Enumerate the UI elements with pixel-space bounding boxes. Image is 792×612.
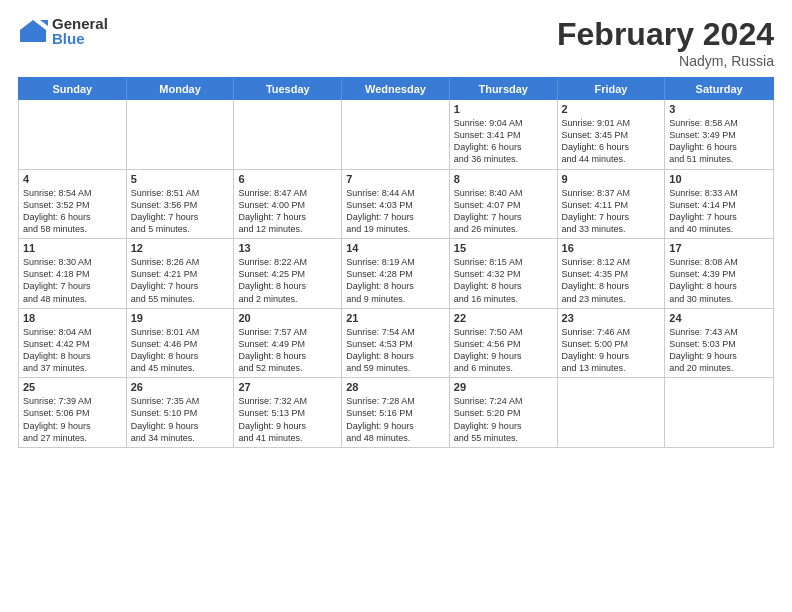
- calendar-day-18: 18Sunrise: 8:04 AM Sunset: 4:42 PM Dayli…: [19, 309, 127, 378]
- header-day-friday: Friday: [558, 78, 666, 100]
- calendar-day-3: 3Sunrise: 8:58 AM Sunset: 3:49 PM Daylig…: [665, 100, 773, 169]
- logo-general-text: General: [52, 16, 108, 31]
- calendar-day-4: 4Sunrise: 8:54 AM Sunset: 3:52 PM Daylig…: [19, 170, 127, 239]
- calendar-day-19: 19Sunrise: 8:01 AM Sunset: 4:46 PM Dayli…: [127, 309, 235, 378]
- svg-marker-1: [40, 20, 48, 26]
- calendar-day-22: 22Sunrise: 7:50 AM Sunset: 4:56 PM Dayli…: [450, 309, 558, 378]
- logo: General Blue: [18, 16, 108, 46]
- header-day-saturday: Saturday: [665, 78, 773, 100]
- calendar-day-17: 17Sunrise: 8:08 AM Sunset: 4:39 PM Dayli…: [665, 239, 773, 308]
- calendar-day-26: 26Sunrise: 7:35 AM Sunset: 5:10 PM Dayli…: [127, 378, 235, 447]
- header-day-thursday: Thursday: [450, 78, 558, 100]
- day-number: 19: [131, 312, 230, 324]
- location: Nadym, Russia: [557, 53, 774, 69]
- calendar-week-3: 11Sunrise: 8:30 AM Sunset: 4:18 PM Dayli…: [19, 239, 773, 309]
- day-info: Sunrise: 8:12 AM Sunset: 4:35 PM Dayligh…: [562, 256, 661, 305]
- calendar-week-2: 4Sunrise: 8:54 AM Sunset: 3:52 PM Daylig…: [19, 170, 773, 240]
- month-title: February 2024: [557, 16, 774, 53]
- day-number: 7: [346, 173, 445, 185]
- calendar-header: SundayMondayTuesdayWednesdayThursdayFrid…: [19, 78, 773, 100]
- title-block: February 2024 Nadym, Russia: [557, 16, 774, 69]
- calendar-empty-cell: [19, 100, 127, 169]
- calendar-day-25: 25Sunrise: 7:39 AM Sunset: 5:06 PM Dayli…: [19, 378, 127, 447]
- calendar-day-28: 28Sunrise: 7:28 AM Sunset: 5:16 PM Dayli…: [342, 378, 450, 447]
- calendar-empty-cell: [127, 100, 235, 169]
- day-info: Sunrise: 8:22 AM Sunset: 4:25 PM Dayligh…: [238, 256, 337, 305]
- day-info: Sunrise: 9:01 AM Sunset: 3:45 PM Dayligh…: [562, 117, 661, 166]
- calendar-day-24: 24Sunrise: 7:43 AM Sunset: 5:03 PM Dayli…: [665, 309, 773, 378]
- day-info: Sunrise: 8:08 AM Sunset: 4:39 PM Dayligh…: [669, 256, 769, 305]
- day-info: Sunrise: 7:46 AM Sunset: 5:00 PM Dayligh…: [562, 326, 661, 375]
- day-info: Sunrise: 9:04 AM Sunset: 3:41 PM Dayligh…: [454, 117, 553, 166]
- day-info: Sunrise: 7:32 AM Sunset: 5:13 PM Dayligh…: [238, 395, 337, 444]
- day-info: Sunrise: 8:51 AM Sunset: 3:56 PM Dayligh…: [131, 187, 230, 236]
- calendar-empty-cell: [558, 378, 666, 447]
- logo-blue-text: Blue: [52, 31, 108, 46]
- day-number: 24: [669, 312, 769, 324]
- day-number: 14: [346, 242, 445, 254]
- day-info: Sunrise: 7:57 AM Sunset: 4:49 PM Dayligh…: [238, 326, 337, 375]
- day-info: Sunrise: 8:58 AM Sunset: 3:49 PM Dayligh…: [669, 117, 769, 166]
- day-info: Sunrise: 7:54 AM Sunset: 4:53 PM Dayligh…: [346, 326, 445, 375]
- calendar-week-4: 18Sunrise: 8:04 AM Sunset: 4:42 PM Dayli…: [19, 309, 773, 379]
- day-info: Sunrise: 7:28 AM Sunset: 5:16 PM Dayligh…: [346, 395, 445, 444]
- day-info: Sunrise: 8:37 AM Sunset: 4:11 PM Dayligh…: [562, 187, 661, 236]
- day-number: 3: [669, 103, 769, 115]
- day-number: 4: [23, 173, 122, 185]
- page: General Blue February 2024 Nadym, Russia…: [0, 0, 792, 612]
- day-number: 26: [131, 381, 230, 393]
- day-number: 10: [669, 173, 769, 185]
- day-info: Sunrise: 8:19 AM Sunset: 4:28 PM Dayligh…: [346, 256, 445, 305]
- calendar-empty-cell: [665, 378, 773, 447]
- calendar-body-outer: 1Sunrise: 9:04 AM Sunset: 3:41 PM Daylig…: [18, 100, 774, 448]
- calendar-day-8: 8Sunrise: 8:40 AM Sunset: 4:07 PM Daylig…: [450, 170, 558, 239]
- calendar-day-23: 23Sunrise: 7:46 AM Sunset: 5:00 PM Dayli…: [558, 309, 666, 378]
- day-info: Sunrise: 7:39 AM Sunset: 5:06 PM Dayligh…: [23, 395, 122, 444]
- calendar-day-1: 1Sunrise: 9:04 AM Sunset: 3:41 PM Daylig…: [450, 100, 558, 169]
- day-info: Sunrise: 7:35 AM Sunset: 5:10 PM Dayligh…: [131, 395, 230, 444]
- day-info: Sunrise: 8:04 AM Sunset: 4:42 PM Dayligh…: [23, 326, 122, 375]
- calendar-day-11: 11Sunrise: 8:30 AM Sunset: 4:18 PM Dayli…: [19, 239, 127, 308]
- calendar-week-5: 25Sunrise: 7:39 AM Sunset: 5:06 PM Dayli…: [19, 378, 773, 447]
- day-number: 8: [454, 173, 553, 185]
- logo-text: General Blue: [52, 16, 108, 46]
- day-info: Sunrise: 8:54 AM Sunset: 3:52 PM Dayligh…: [23, 187, 122, 236]
- header-day-tuesday: Tuesday: [234, 78, 342, 100]
- day-info: Sunrise: 8:33 AM Sunset: 4:14 PM Dayligh…: [669, 187, 769, 236]
- day-number: 15: [454, 242, 553, 254]
- logo-icon: [18, 16, 48, 46]
- day-number: 9: [562, 173, 661, 185]
- header: General Blue February 2024 Nadym, Russia: [18, 16, 774, 69]
- calendar-day-29: 29Sunrise: 7:24 AM Sunset: 5:20 PM Dayli…: [450, 378, 558, 447]
- calendar-header-wrapper: SundayMondayTuesdayWednesdayThursdayFrid…: [18, 77, 774, 100]
- day-number: 16: [562, 242, 661, 254]
- calendar-day-16: 16Sunrise: 8:12 AM Sunset: 4:35 PM Dayli…: [558, 239, 666, 308]
- calendar-day-21: 21Sunrise: 7:54 AM Sunset: 4:53 PM Dayli…: [342, 309, 450, 378]
- calendar-body: 1Sunrise: 9:04 AM Sunset: 3:41 PM Daylig…: [19, 100, 773, 447]
- header-day-wednesday: Wednesday: [342, 78, 450, 100]
- day-number: 1: [454, 103, 553, 115]
- day-number: 2: [562, 103, 661, 115]
- day-info: Sunrise: 8:15 AM Sunset: 4:32 PM Dayligh…: [454, 256, 553, 305]
- day-info: Sunrise: 7:24 AM Sunset: 5:20 PM Dayligh…: [454, 395, 553, 444]
- day-number: 21: [346, 312, 445, 324]
- day-info: Sunrise: 8:47 AM Sunset: 4:00 PM Dayligh…: [238, 187, 337, 236]
- calendar-day-27: 27Sunrise: 7:32 AM Sunset: 5:13 PM Dayli…: [234, 378, 342, 447]
- calendar-day-6: 6Sunrise: 8:47 AM Sunset: 4:00 PM Daylig…: [234, 170, 342, 239]
- day-number: 29: [454, 381, 553, 393]
- calendar-week-1: 1Sunrise: 9:04 AM Sunset: 3:41 PM Daylig…: [19, 100, 773, 170]
- calendar-day-12: 12Sunrise: 8:26 AM Sunset: 4:21 PM Dayli…: [127, 239, 235, 308]
- day-number: 13: [238, 242, 337, 254]
- day-number: 11: [23, 242, 122, 254]
- header-day-sunday: Sunday: [19, 78, 127, 100]
- day-number: 6: [238, 173, 337, 185]
- calendar: SundayMondayTuesdayWednesdayThursdayFrid…: [18, 77, 774, 602]
- day-info: Sunrise: 8:01 AM Sunset: 4:46 PM Dayligh…: [131, 326, 230, 375]
- calendar-day-15: 15Sunrise: 8:15 AM Sunset: 4:32 PM Dayli…: [450, 239, 558, 308]
- calendar-day-13: 13Sunrise: 8:22 AM Sunset: 4:25 PM Dayli…: [234, 239, 342, 308]
- day-info: Sunrise: 8:44 AM Sunset: 4:03 PM Dayligh…: [346, 187, 445, 236]
- calendar-day-14: 14Sunrise: 8:19 AM Sunset: 4:28 PM Dayli…: [342, 239, 450, 308]
- day-number: 17: [669, 242, 769, 254]
- day-number: 25: [23, 381, 122, 393]
- day-info: Sunrise: 7:43 AM Sunset: 5:03 PM Dayligh…: [669, 326, 769, 375]
